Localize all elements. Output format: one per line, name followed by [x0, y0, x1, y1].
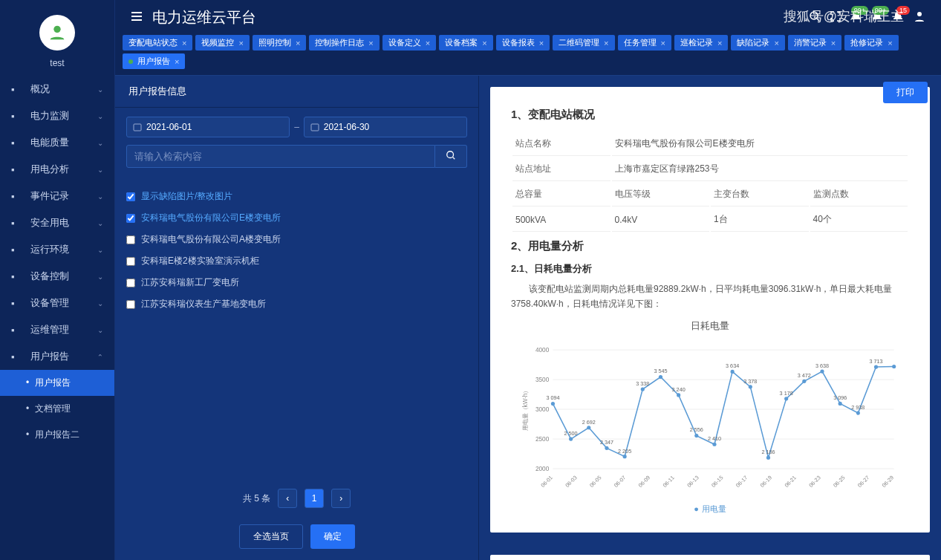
- list-icon: ▪: [11, 191, 23, 202]
- nav-item-2[interactable]: ▪电能质量⌄: [0, 129, 114, 156]
- site-item-1[interactable]: 安科瑞电气股份有限公司E楼变电所: [126, 207, 467, 229]
- chart-legend: 用电量: [511, 504, 909, 515]
- nav-item-3[interactable]: ▪用电分析⌄: [0, 156, 114, 183]
- close-icon[interactable]: ×: [888, 39, 892, 48]
- wrench-icon: ▪: [11, 298, 23, 309]
- close-icon[interactable]: ×: [482, 39, 486, 48]
- svg-text:06-23: 06-23: [807, 474, 821, 488]
- close-icon[interactable]: ×: [175, 57, 179, 66]
- bell-icon-3[interactable]: 15: [892, 10, 904, 25]
- tab-2[interactable]: 照明控制×: [253, 35, 306, 51]
- tab-label: 消警记录: [794, 37, 827, 48]
- user-icon[interactable]: [913, 10, 926, 25]
- tab-7[interactable]: 二维码管理×: [553, 35, 614, 51]
- tab-10[interactable]: 缺陷记录×: [731, 35, 784, 51]
- close-icon[interactable]: ×: [539, 39, 544, 48]
- fullscreen-icon[interactable]: [830, 10, 841, 25]
- nav-item-7[interactable]: ▪设备控制⌄: [0, 263, 114, 290]
- search-icon: [446, 150, 456, 160]
- site-item-2[interactable]: 安科瑞电气股份有限公司A楼变电所: [126, 229, 467, 250]
- svg-text:06-01: 06-01: [539, 474, 553, 488]
- checkbox[interactable]: [126, 257, 135, 266]
- nav-item-10[interactable]: ▪用户报告⌄: [0, 343, 114, 370]
- tab-6[interactable]: 设备报表×: [496, 35, 550, 51]
- close-icon[interactable]: ×: [717, 39, 722, 48]
- confirm-button[interactable]: 确定: [310, 524, 355, 549]
- nav-item-label: 电能质量: [30, 136, 69, 149]
- nav-item-4[interactable]: ▪事件记录⌄: [0, 183, 114, 209]
- site-addr-label: 站点地址: [512, 157, 610, 181]
- avatar[interactable]: [39, 15, 75, 51]
- pager-next[interactable]: ›: [331, 489, 351, 508]
- hamburger-icon[interactable]: [130, 10, 143, 25]
- close-icon[interactable]: ×: [238, 39, 243, 48]
- tab-5[interactable]: 设备档案×: [439, 35, 492, 51]
- date-to[interactable]: 2021-06-30: [304, 117, 467, 137]
- svg-text:06-17: 06-17: [735, 474, 749, 488]
- nav-sub-item-1[interactable]: 文档管理: [0, 396, 114, 422]
- close-icon[interactable]: ×: [831, 39, 836, 48]
- pager-prev[interactable]: ‹: [278, 489, 297, 508]
- svg-point-46: [820, 369, 824, 373]
- tab-11[interactable]: 消警记录×: [788, 35, 841, 51]
- close-icon[interactable]: ×: [368, 39, 373, 48]
- nav-item-9[interactable]: ▪运维管理⌄: [0, 316, 114, 343]
- date-from[interactable]: 2021-06-01: [126, 117, 290, 137]
- pager-page[interactable]: 1: [305, 489, 324, 508]
- site-item-label: 江苏安科瑞仪表生产基地变电所: [141, 298, 266, 310]
- tab-label: 设备档案: [445, 37, 478, 48]
- close-icon[interactable]: ×: [661, 39, 665, 48]
- close-icon[interactable]: ×: [774, 39, 778, 48]
- nav-item-0[interactable]: ▪概况⌄: [0, 76, 114, 102]
- close-icon[interactable]: ×: [182, 39, 186, 48]
- checkbox[interactable]: [126, 279, 135, 287]
- nav-item-5[interactable]: ▪安全用电⌄: [0, 209, 114, 236]
- site-item-0[interactable]: 显示缺陷图片/整改图片: [126, 186, 467, 207]
- search-button[interactable]: [435, 145, 467, 168]
- site-item-3[interactable]: 安科瑞E楼2楼实验室演示机柜: [126, 250, 467, 272]
- trans-label: 主变台数: [711, 183, 809, 206]
- svg-text:3 634: 3 634: [726, 362, 739, 369]
- nav-item-1[interactable]: ▪电力监测⌄: [0, 102, 114, 129]
- panel-title: 用户报告信息: [115, 76, 478, 108]
- tab-0[interactable]: 变配电站状态×: [123, 35, 192, 51]
- tab-1[interactable]: 视频监控×: [195, 35, 249, 51]
- chevron-down-icon: ⌄: [97, 353, 103, 361]
- tab-12[interactable]: 抢修记录×: [844, 35, 898, 51]
- svg-text:3 094: 3 094: [546, 394, 559, 401]
- svg-text:06-07: 06-07: [613, 474, 627, 488]
- tab-8[interactable]: 任务管理×: [618, 35, 671, 51]
- checkbox[interactable]: [126, 192, 135, 201]
- site-item-5[interactable]: 江苏安科瑞仪表生产基地变电所: [126, 293, 467, 315]
- svg-text:3 638: 3 638: [815, 362, 829, 369]
- volt-label: 电压等级: [612, 183, 710, 206]
- nav-sub-item-0[interactable]: 用户报告: [0, 370, 114, 396]
- volt-value: 0.4kV: [612, 208, 710, 232]
- tab-9[interactable]: 巡检记录×: [674, 35, 728, 51]
- checkbox[interactable]: [126, 214, 135, 223]
- nav-sub-item-2[interactable]: 用户报告二: [0, 422, 114, 448]
- checkbox[interactable]: [126, 300, 135, 309]
- checkbox[interactable]: [126, 235, 135, 244]
- print-button[interactable]: 打印: [883, 82, 928, 103]
- site-item-label: 安科瑞E楼2楼实验室演示机柜: [141, 255, 259, 267]
- close-icon[interactable]: ×: [296, 39, 300, 48]
- search-icon[interactable]: [809, 10, 821, 25]
- select-all-button[interactable]: 全选当页: [239, 524, 303, 549]
- close-icon[interactable]: ×: [604, 39, 608, 48]
- close-icon[interactable]: ×: [426, 39, 430, 48]
- chevron-down-icon: ⌄: [97, 273, 103, 281]
- svg-point-50: [856, 411, 860, 414]
- tab-label: 设备定义: [388, 37, 421, 48]
- nav-item-6[interactable]: ▪运行环境⌄: [0, 236, 114, 263]
- nav-item-8[interactable]: ▪设备管理⌄: [0, 290, 114, 316]
- tab-13[interactable]: 用户报告×: [123, 53, 185, 69]
- bell-icon-2[interactable]: 99+: [871, 10, 883, 25]
- search-input[interactable]: [126, 145, 435, 168]
- tab-3[interactable]: 控制操作日志×: [309, 35, 379, 51]
- bell-icon-1[interactable]: 99+: [850, 10, 862, 25]
- nav-item-label: 运行环境: [30, 243, 69, 256]
- tab-4[interactable]: 设备定义×: [382, 35, 436, 51]
- topbar-right: 99+ 99+ 15: [809, 10, 926, 25]
- site-item-4[interactable]: 江苏安科瑞新工厂变电所: [126, 272, 467, 293]
